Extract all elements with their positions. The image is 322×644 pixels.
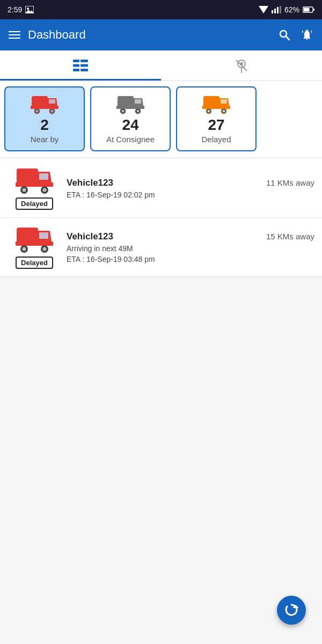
header-right [278,28,313,41]
svg-rect-17 [73,69,79,71]
svg-point-43 [208,110,210,113]
vehicle-list: Delayed Vehicle123 11 KMs away ETA : 16-… [0,159,322,277]
category-card-consignee[interactable]: 24 At Consignee [90,86,171,151]
svg-point-61 [43,247,47,251]
vehicle-info-2: Vehicle123 15 KMs away Arriving in next … [61,231,314,264]
svg-rect-54 [17,228,38,244]
svg-rect-6 [277,7,279,13]
consignee-count: 24 [122,116,138,134]
status-bar: 2:59 62% [0,0,322,19]
consignee-label: At Consignee [106,135,155,144]
vehicle-eta-1: ETA : 16-Sep-19 02:02 pm [67,191,314,199]
svg-rect-56 [39,232,48,239]
svg-rect-9 [313,9,314,11]
svg-rect-14 [80,60,88,62]
vehicle-distance-2: 15 KMs away [266,232,314,241]
delayed-count: 27 [208,116,224,134]
header: Dashboard [0,19,322,50]
delayed-badge-1: Delayed [16,197,53,210]
refresh-fab[interactable] [277,596,306,625]
truck-icon-gray [116,94,144,114]
svg-point-1 [27,8,29,10]
search-icon[interactable] [278,28,291,41]
svg-rect-41 [202,106,230,109]
svg-rect-46 [17,169,38,185]
svg-rect-32 [135,99,141,104]
svg-point-59 [23,247,26,251]
nearby-count: 2 [40,116,49,134]
svg-point-37 [137,110,140,113]
svg-rect-49 [16,182,53,187]
svg-marker-2 [25,10,34,13]
map-view-icon [234,58,249,73]
category-card-delayed[interactable]: 27 Delayed [176,86,257,151]
svg-rect-33 [116,106,144,109]
svg-point-35 [122,110,125,113]
bell-icon[interactable] [301,28,313,41]
nearby-label: Near by [31,135,59,144]
status-bar-right: 62% [259,5,314,14]
vehicle-truck-icon-2 [16,225,53,253]
svg-rect-18 [80,69,88,71]
header-left: Dashboard [9,28,86,42]
vehicle-arriving-2: Arriving in next 49M [67,244,314,253]
battery-percent: 62% [284,5,299,14]
tab-list[interactable] [0,50,161,80]
svg-point-45 [223,110,225,113]
wifi-icon [259,6,268,13]
vehicle-info-1: Vehicle123 11 KMs away ETA : 16-Sep-19 0… [61,178,314,199]
svg-line-12 [286,36,290,40]
svg-rect-24 [49,99,55,104]
svg-rect-5 [274,9,276,13]
battery-icon [303,6,314,13]
svg-rect-10 [304,8,310,12]
vehicle-left-1: Delayed [8,166,61,210]
svg-rect-7 [280,6,281,13]
svg-rect-15 [73,64,79,67]
page-title: Dashboard [28,28,86,42]
svg-point-29 [51,110,54,113]
svg-rect-4 [272,10,273,13]
svg-rect-48 [39,173,48,180]
status-time: 2:59 [8,5,22,14]
vehicle-distance-1: 11 KMs away [266,178,314,187]
tab-map[interactable] [161,50,322,80]
vehicle-item-2[interactable]: Delayed Vehicle123 15 KMs away Arriving … [0,218,322,277]
svg-rect-13 [73,60,79,62]
status-bar-left: 2:59 [8,5,34,14]
signal-icon [272,6,281,13]
svg-rect-16 [80,64,88,67]
cards-row: 2 Near by 24 At Consignee 27 [0,81,322,157]
refresh-icon [284,603,299,618]
vehicle-name-1: Vehicle123 [67,178,113,188]
vehicle-left-2: Delayed [8,225,61,269]
truck-icon-red [31,94,58,114]
svg-point-51 [23,188,26,192]
svg-rect-57 [16,241,53,246]
image-icon [25,6,34,13]
svg-rect-40 [221,99,227,104]
tabs-row [0,50,322,81]
vehicle-truck-icon-1 [16,166,53,194]
svg-point-27 [36,110,39,113]
vehicle-header-1: Vehicle123 11 KMs away [67,178,314,188]
truck-icon-orange [202,94,230,114]
svg-point-53 [43,188,47,192]
svg-marker-3 [259,6,268,13]
delayed-badge-2: Delayed [16,257,53,269]
vehicle-eta-2: ETA : 16-Sep-19 03:48 pm [67,255,314,264]
svg-rect-25 [31,106,58,109]
delayed-label: Delayed [201,135,231,144]
list-view-icon [73,60,88,71]
vehicle-item-1[interactable]: Delayed Vehicle123 11 KMs away ETA : 16-… [0,159,322,218]
menu-button[interactable] [9,31,20,39]
vehicle-name-2: Vehicle123 [67,231,113,242]
vehicle-header-2: Vehicle123 15 KMs away [67,231,314,242]
category-card-nearby[interactable]: 2 Near by [4,86,85,151]
